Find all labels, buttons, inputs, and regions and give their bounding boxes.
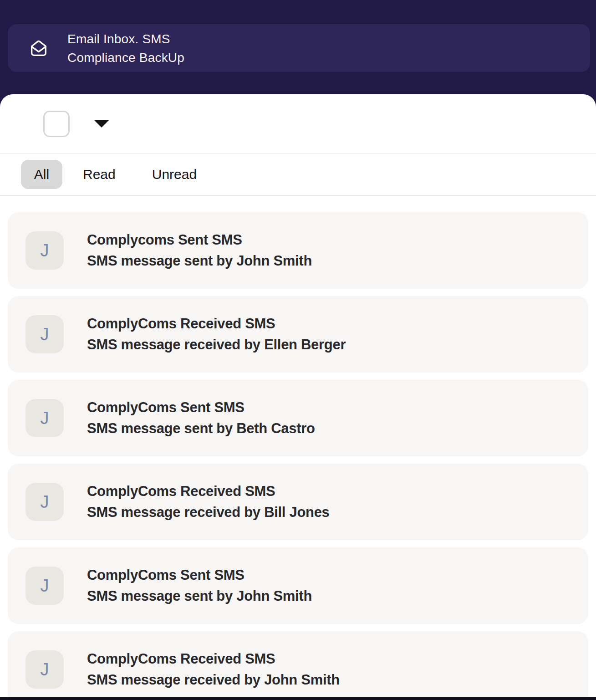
message-row[interactable]: J ComplyComs Sent SMS SMS message sent b… bbox=[8, 380, 588, 456]
app-root: Email Inbox. SMS Compliance BackUp All R… bbox=[0, 0, 596, 700]
page-title-line2: Compliance BackUp bbox=[67, 48, 184, 67]
message-row[interactable]: J ComplyComs Sent SMS SMS message sent b… bbox=[8, 547, 588, 624]
tab-unread[interactable]: Unread bbox=[152, 167, 197, 182]
filter-tabs: All Read Unread bbox=[0, 153, 596, 195]
message-row[interactable]: J Complycoms Sent SMS SMS message sent b… bbox=[8, 212, 588, 289]
header-area: Email Inbox. SMS Compliance BackUp bbox=[0, 0, 596, 94]
message-row[interactable]: J ComplyComs Received SMS SMS message re… bbox=[8, 631, 588, 700]
message-title: Complycoms Sent SMS bbox=[87, 230, 312, 250]
message-title: ComplyComs Received SMS bbox=[87, 313, 346, 334]
message-text: ComplyComs Sent SMS SMS message sent by … bbox=[87, 397, 315, 439]
message-text: ComplyComs Received SMS SMS message rece… bbox=[87, 313, 346, 355]
avatar: J bbox=[25, 650, 64, 689]
avatar: J bbox=[25, 315, 64, 353]
message-text: ComplyComs Sent SMS SMS message sent by … bbox=[87, 565, 312, 607]
avatar: J bbox=[25, 483, 64, 521]
message-title: ComplyComs Received SMS bbox=[87, 649, 340, 669]
message-text: Complycoms Sent SMS SMS message sent by … bbox=[87, 230, 312, 271]
toolbar bbox=[0, 94, 596, 153]
message-row[interactable]: J ComplyComs Received SMS SMS message re… bbox=[8, 296, 588, 373]
avatar: J bbox=[25, 399, 64, 437]
message-subtitle: SMS message received by Bill Jones bbox=[87, 502, 330, 523]
avatar: J bbox=[25, 231, 64, 270]
envelope-open-icon bbox=[28, 37, 49, 60]
page-title: Email Inbox. SMS Compliance BackUp bbox=[67, 30, 184, 67]
message-text: ComplyComs Received SMS SMS message rece… bbox=[87, 649, 340, 690]
tab-read[interactable]: Read bbox=[83, 167, 116, 182]
message-list: J Complycoms Sent SMS SMS message sent b… bbox=[0, 196, 596, 700]
message-subtitle: SMS message received by John Smith bbox=[87, 669, 340, 690]
bottom-edge-bar bbox=[0, 697, 596, 700]
message-text: ComplyComs Received SMS SMS message rece… bbox=[87, 481, 330, 523]
select-all-checkbox[interactable] bbox=[43, 111, 70, 137]
message-subtitle: SMS message sent by John Smith bbox=[87, 586, 312, 607]
avatar: J bbox=[25, 567, 64, 605]
message-title: ComplyComs Received SMS bbox=[87, 481, 330, 502]
message-title: ComplyComs Sent SMS bbox=[87, 397, 315, 418]
inbox-sheet: All Read Unread J Complycoms Sent SMS SM… bbox=[0, 94, 596, 700]
message-row[interactable]: J ComplyComs Received SMS SMS message re… bbox=[8, 464, 588, 540]
page-title-line1: Email Inbox. SMS bbox=[67, 30, 184, 48]
message-subtitle: SMS message sent by John Smith bbox=[87, 250, 312, 271]
message-title: ComplyComs Sent SMS bbox=[87, 565, 312, 586]
caret-down-icon[interactable] bbox=[94, 120, 109, 128]
inbox-header-banner[interactable]: Email Inbox. SMS Compliance BackUp bbox=[8, 24, 590, 72]
message-subtitle: SMS message sent by Beth Castro bbox=[87, 418, 315, 439]
message-subtitle: SMS message received by Ellen Berger bbox=[87, 334, 346, 355]
tab-all[interactable]: All bbox=[21, 160, 62, 189]
